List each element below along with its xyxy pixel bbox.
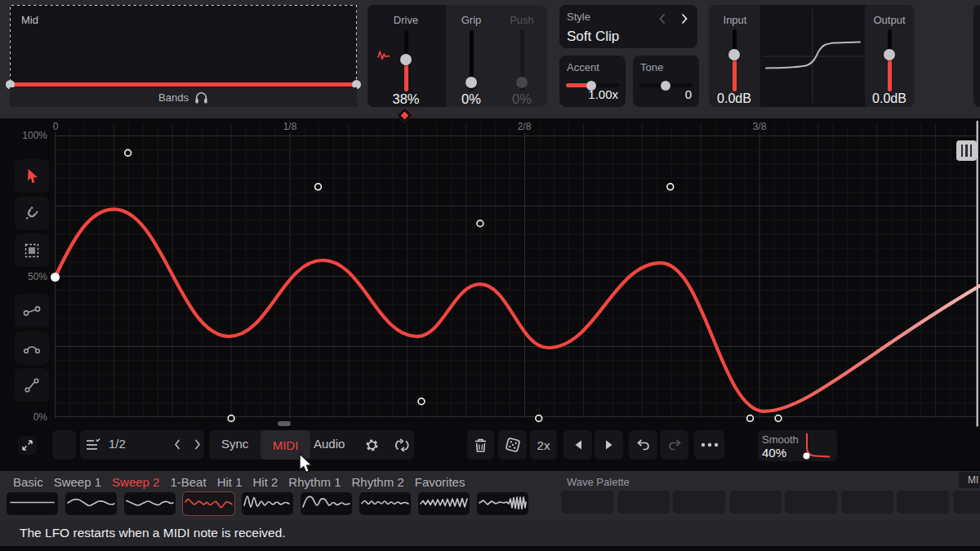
lfo-breakpoint[interactable] xyxy=(228,415,234,422)
drive-panel: Drive 38% Grip 0% Push 0% xyxy=(368,5,547,107)
lfo-breakpoint[interactable] xyxy=(125,149,131,156)
lfo-breakpoint[interactable] xyxy=(775,415,782,422)
input-label: Input xyxy=(710,14,760,26)
lfo-assigned-icon xyxy=(377,50,391,61)
midi-badge[interactable]: MI xyxy=(959,472,980,488)
palette-slot-5[interactable] xyxy=(785,491,837,513)
fullscreen-button[interactable] xyxy=(18,436,37,455)
wave-thumbnail-2[interactable] xyxy=(65,492,117,515)
loop-end-handle[interactable] xyxy=(956,140,977,161)
more-options-button[interactable] xyxy=(694,430,724,460)
wave-thumbnail-4[interactable] xyxy=(183,492,234,515)
output-slider-thumb[interactable] xyxy=(884,49,895,60)
delete-wave-button[interactable] xyxy=(467,430,494,460)
tool-curve-button[interactable] xyxy=(15,331,49,365)
drive-slider-fill xyxy=(404,62,408,91)
shift-left-button[interactable] xyxy=(564,430,592,460)
grip-label: Grip xyxy=(447,14,496,26)
palette-slot-8[interactable] xyxy=(953,491,980,513)
lfo-editor-canvas[interactable] xyxy=(0,118,980,471)
palette-slot-6[interactable] xyxy=(841,491,893,513)
lfo-breakpoint[interactable] xyxy=(747,415,754,422)
wave-thumbnail-6[interactable] xyxy=(301,492,352,515)
bands-strip[interactable]: Bands xyxy=(10,87,357,107)
palette-slot-3[interactable] xyxy=(673,491,725,513)
preset-tab-favorites[interactable]: Favorites xyxy=(415,475,466,489)
transfer-curve-plot xyxy=(760,5,865,107)
preset-tab-sweep-1[interactable]: Sweep 1 xyxy=(54,475,101,489)
trigger-audio-button[interactable]: Audio xyxy=(314,437,345,451)
style-next-icon[interactable] xyxy=(679,13,689,24)
input-slider-thumb[interactable] xyxy=(728,49,740,60)
smooth-control[interactable]: Smooth 40% xyxy=(758,430,837,461)
y-axis-50: 50% xyxy=(15,271,47,282)
page-next-icon[interactable] xyxy=(194,438,202,451)
band-level-line[interactable] xyxy=(11,82,356,87)
tool-select-button[interactable] xyxy=(15,233,49,267)
wave-thumbnail-3[interactable] xyxy=(124,492,176,515)
bands-label: Bands xyxy=(158,91,189,104)
status-message: The LFO restarts when a MIDI note is rec… xyxy=(20,526,286,540)
palette-slot-7[interactable] xyxy=(897,491,949,513)
trigger-settings-icon[interactable] xyxy=(364,438,380,453)
lfo-breakpoint[interactable] xyxy=(477,220,483,227)
preset-tab-rhythm-2[interactable]: Rhythm 2 xyxy=(352,475,404,489)
wave-thumbnail-5[interactable] xyxy=(242,492,293,515)
style-prev-icon[interactable] xyxy=(657,13,667,24)
smooth-label: Smooth xyxy=(762,433,799,446)
randomize-button[interactable] xyxy=(498,430,527,460)
bottom-strip xyxy=(0,546,980,551)
undo-button[interactable] xyxy=(629,430,657,460)
trigger-sync-button[interactable]: Sync xyxy=(221,437,248,451)
wave-thumbnail-9[interactable] xyxy=(477,492,528,515)
double-wave-button[interactable]: 2x xyxy=(530,430,557,460)
line-tool-icon xyxy=(23,304,41,318)
page-prev-icon[interactable] xyxy=(173,438,181,451)
grip-slider-thumb[interactable] xyxy=(466,77,477,88)
tool-scurve-button[interactable] xyxy=(15,368,49,402)
loop-mode-icon[interactable] xyxy=(394,438,411,453)
tone-slider-thumb[interactable] xyxy=(661,81,670,91)
palette-slot-2[interactable] xyxy=(617,491,670,513)
lfo-breakpoint[interactable] xyxy=(536,415,542,422)
wave-thumbnail-8[interactable] xyxy=(418,492,470,515)
time-label-0: 0 xyxy=(51,121,61,132)
shift-right-button[interactable] xyxy=(595,430,623,460)
time-label-2-8: 2/8 xyxy=(515,121,534,132)
palette-slot-4[interactable] xyxy=(729,491,782,513)
preset-tab-1-beat[interactable]: 1-Beat xyxy=(170,475,206,489)
dice-icon xyxy=(504,436,522,454)
lfo-breakpoint[interactable] xyxy=(315,184,322,190)
preset-tab-basic[interactable]: Basic xyxy=(13,475,43,489)
double-wave-label: 2x xyxy=(537,438,550,452)
wave-page-indicator[interactable]: 1/2 xyxy=(109,437,126,451)
lfo-breakpoint[interactable] xyxy=(51,273,60,282)
wave-strip-button[interactable] xyxy=(52,430,76,460)
wave-list-icon[interactable] xyxy=(85,438,101,452)
preset-tab-rhythm-1[interactable]: Rhythm 1 xyxy=(288,475,341,489)
style-label: Style xyxy=(567,11,590,23)
preset-strip: BasicSweep 1Sweep 21-BeatHit 1Hit 2Rhyth… xyxy=(0,471,980,520)
loop-end-line[interactable] xyxy=(977,121,978,427)
drive-slider-thumb[interactable] xyxy=(400,54,412,65)
preset-tab-sweep-2[interactable]: Sweep 2 xyxy=(112,475,159,489)
trash-icon xyxy=(474,438,488,453)
lfo-breakpoint[interactable] xyxy=(418,398,425,405)
preset-tab-hit-1[interactable]: Hit 1 xyxy=(217,475,243,489)
tool-line-button[interactable] xyxy=(15,294,49,327)
wave-thumbnail-1[interactable] xyxy=(7,492,58,515)
wave-thumbnail-7[interactable] xyxy=(359,492,411,515)
palette-slot-1[interactable] xyxy=(561,491,613,513)
preset-tab-hit-2[interactable]: Hit 2 xyxy=(252,475,278,489)
tool-snap-button[interactable] xyxy=(15,197,49,230)
magnet-icon xyxy=(24,205,40,221)
lfo-breakpoint[interactable] xyxy=(667,184,674,190)
band-display-panel[interactable]: Mid Bands xyxy=(10,5,357,107)
band-wave-area[interactable] xyxy=(10,5,357,87)
redo-button[interactable] xyxy=(660,430,688,460)
tool-cursor-button[interactable] xyxy=(15,159,49,193)
lfo-curve[interactable] xyxy=(56,209,980,411)
style-value[interactable]: Soft Clip xyxy=(567,29,619,45)
push-slider-thumb[interactable] xyxy=(516,77,528,88)
output-value: 0.0dB xyxy=(861,91,915,106)
